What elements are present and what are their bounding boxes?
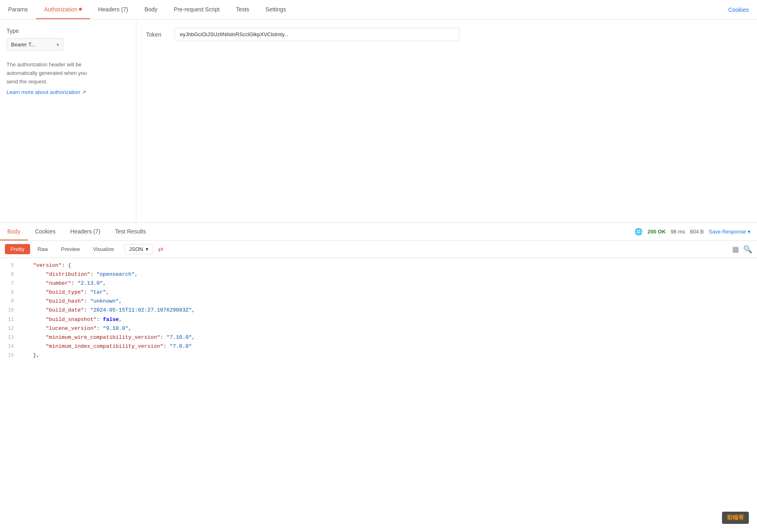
format-pretty-button[interactable]: Pretty bbox=[5, 244, 30, 254]
save-response-button[interactable]: Save Response ▾ bbox=[709, 229, 750, 235]
line-content: "number": "2.13.0", bbox=[20, 279, 757, 288]
resp-tab-headers[interactable]: Headers (7) bbox=[63, 223, 108, 240]
external-link-icon: ↗ bbox=[82, 89, 86, 95]
format-type-value: JSON bbox=[129, 246, 143, 252]
format-raw-button[interactable]: Raw bbox=[32, 244, 54, 254]
tab-tests[interactable]: Tests bbox=[228, 0, 258, 19]
chevron-down-icon: ▾ bbox=[748, 229, 750, 235]
line-number: 9 bbox=[0, 297, 20, 305]
table-row: 5 "version": { bbox=[0, 261, 757, 270]
format-visualize-button[interactable]: Visualize bbox=[87, 244, 120, 254]
response-status: 200 OK bbox=[648, 229, 666, 235]
tab-params[interactable]: Params bbox=[0, 0, 36, 19]
token-label: Token bbox=[146, 31, 166, 38]
type-select[interactable]: Bearer T... ▾ bbox=[7, 38, 63, 51]
table-row: 13 "minimum_wire_compatibility_version":… bbox=[0, 333, 757, 342]
table-row: 8 "build_type": "tar", bbox=[0, 288, 757, 297]
type-select-value: Bearer T... bbox=[11, 41, 35, 48]
line-number: 13 bbox=[0, 334, 20, 342]
line-number: 8 bbox=[0, 288, 20, 297]
line-number: 10 bbox=[0, 306, 20, 314]
line-number: 5 bbox=[0, 262, 20, 270]
tab-body[interactable]: Body bbox=[136, 0, 166, 19]
type-label: Type bbox=[7, 28, 129, 34]
token-input[interactable] bbox=[175, 28, 459, 41]
table-row: 6 "distribution": "opensearch", bbox=[0, 270, 757, 279]
copy-icon[interactable]: ▦ bbox=[732, 245, 739, 254]
auth-section: Type Bearer T... ▾ The authorization hea… bbox=[0, 20, 757, 223]
globe-icon: 🌐 bbox=[634, 228, 643, 235]
resp-tab-cookies[interactable]: Cookies bbox=[28, 223, 63, 240]
response-meta: 🌐 200 OK 98 ms 804 B Save Response ▾ bbox=[634, 228, 757, 235]
response-code-area: 5 "version": {6 "distribution": "opensea… bbox=[0, 258, 757, 363]
resp-tab-body[interactable]: Body bbox=[0, 223, 28, 240]
tab-headers[interactable]: Headers (7) bbox=[90, 0, 136, 19]
line-content: }, bbox=[20, 351, 757, 360]
line-number: 15 bbox=[0, 351, 20, 360]
line-content: "lucene_version": "9.10.0", bbox=[20, 324, 757, 333]
table-row: 10 "build_date": "2024-05-15T11:02:27.10… bbox=[0, 306, 757, 315]
request-tab-bar: Params Authorization Headers (7) Body Pr… bbox=[0, 0, 757, 20]
line-content: "build_date": "2024-05-15T11:02:27.10762… bbox=[20, 306, 757, 315]
search-icon[interactable]: 🔍 bbox=[743, 245, 752, 254]
line-content: "build_hash": "unknown", bbox=[20, 297, 757, 306]
response-time: 98 ms bbox=[671, 229, 685, 235]
line-number: 7 bbox=[0, 279, 20, 288]
token-row: Token bbox=[146, 28, 747, 41]
line-number: 12 bbox=[0, 325, 20, 333]
table-row: 14 "minimum_index_compatibility_version"… bbox=[0, 342, 757, 351]
response-section: Body Cookies Headers (7) Test Results 🌐 … bbox=[0, 223, 757, 363]
line-number: 11 bbox=[0, 316, 20, 324]
line-content: "distribution": "opensearch", bbox=[20, 270, 757, 279]
table-row: 11 "build_snapshot": false, bbox=[0, 315, 757, 324]
format-preview-button[interactable]: Preview bbox=[55, 244, 85, 254]
tab-pre-request[interactable]: Pre-request Script bbox=[166, 0, 228, 19]
table-row: 7 "number": "2.13.0", bbox=[0, 279, 757, 288]
format-type-select[interactable]: JSON ▾ bbox=[125, 244, 153, 254]
line-content: "minimum_wire_compatibility_version": "7… bbox=[20, 333, 757, 342]
learn-more-link[interactable]: Learn more about authorization ↗ bbox=[7, 89, 86, 95]
auth-right-panel: Token bbox=[136, 20, 757, 222]
line-number: 14 bbox=[0, 342, 20, 351]
table-row: 15 }, bbox=[0, 351, 757, 360]
filter-icon[interactable]: ⇄ bbox=[158, 245, 163, 253]
active-dot bbox=[79, 8, 82, 11]
line-number: 6 bbox=[0, 270, 20, 279]
response-tab-bar: Body Cookies Headers (7) Test Results 🌐 … bbox=[0, 223, 757, 241]
format-right-icons: ▦ 🔍 bbox=[732, 245, 752, 254]
resp-tab-test-results[interactable]: Test Results bbox=[107, 223, 153, 240]
table-row: 12 "lucene_version": "9.10.0", bbox=[0, 324, 757, 333]
line-content: "build_snapshot": false, bbox=[20, 315, 757, 324]
tab-settings[interactable]: Settings bbox=[257, 0, 294, 19]
line-content: "minimum_index_compatibility_version": "… bbox=[20, 342, 757, 351]
cookies-button[interactable]: Cookies bbox=[720, 7, 757, 13]
chevron-down-icon: ▾ bbox=[57, 42, 59, 48]
line-content: "build_type": "tar", bbox=[20, 288, 757, 297]
format-bar: Pretty Raw Preview Visualize JSON ▾ ⇄ ▦ … bbox=[0, 241, 757, 258]
auth-description: The authorization header will be automat… bbox=[7, 61, 129, 86]
auth-left-panel: Type Bearer T... ▾ The authorization hea… bbox=[0, 20, 136, 222]
chevron-down-icon: ▾ bbox=[146, 246, 149, 252]
tab-authorization[interactable]: Authorization bbox=[36, 0, 90, 19]
line-content: "version": { bbox=[20, 261, 757, 270]
response-size: 804 B bbox=[690, 229, 704, 235]
table-row: 9 "build_hash": "unknown", bbox=[0, 297, 757, 306]
